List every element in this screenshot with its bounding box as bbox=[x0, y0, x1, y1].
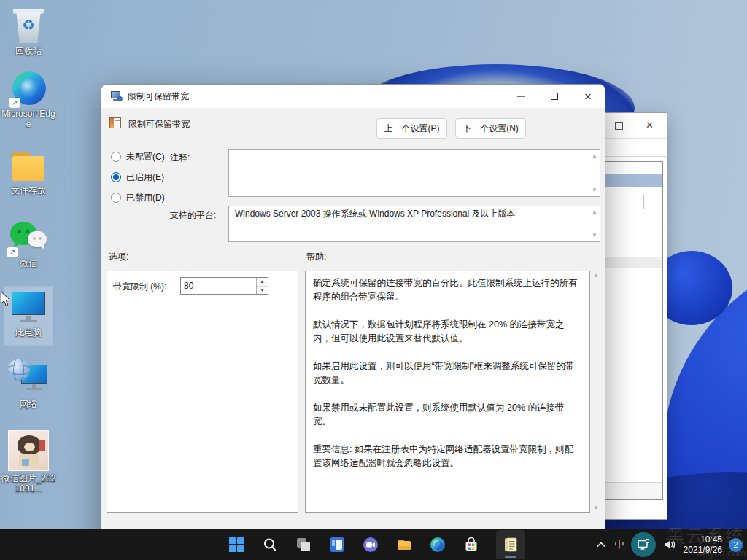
policy-dialog: 限制可保留带宽 ✕ 限制可保留带宽 上一个设置(P) 下一个设置(N) 未配置(… bbox=[101, 84, 605, 556]
chat-button[interactable] bbox=[356, 530, 385, 559]
ime-indicator[interactable]: 中 bbox=[615, 538, 624, 551]
edge-button[interactable] bbox=[423, 530, 452, 559]
file-explorer-button[interactable] bbox=[390, 530, 419, 559]
image-thumbnail bbox=[8, 430, 49, 471]
list-divider bbox=[643, 194, 644, 209]
desktop-icon-label: 网络 bbox=[1, 399, 56, 409]
dialog-title: 限制可保留带宽 bbox=[128, 85, 189, 108]
scroll-up-icon[interactable]: ▲ bbox=[592, 153, 597, 159]
help-label: 帮助: bbox=[306, 251, 326, 263]
desktop-icon-wechat[interactable]: ↗ 微信 bbox=[1, 222, 56, 268]
edge-icon bbox=[430, 537, 446, 553]
radio-icon bbox=[111, 192, 121, 203]
selected-row-highlight bbox=[605, 174, 662, 187]
radio-enabled[interactable]: 已启用(E) bbox=[111, 171, 164, 183]
widgets-icon bbox=[329, 537, 345, 553]
folder-icon bbox=[11, 151, 46, 183]
maximize-icon[interactable] bbox=[615, 122, 623, 130]
shortcut-arrow-icon: ↗ bbox=[9, 98, 20, 108]
taskbar-active-app-group-policy[interactable] bbox=[496, 530, 525, 559]
group-separator bbox=[605, 257, 662, 268]
mouse-cursor bbox=[0, 291, 12, 307]
dialog-titlebar[interactable]: 限制可保留带宽 ✕ bbox=[101, 85, 605, 108]
bandwidth-limit-label: 带宽限制 (%): bbox=[113, 281, 166, 293]
desktop-icon-network[interactable]: 网络 bbox=[1, 359, 56, 409]
bandwidth-input[interactable] bbox=[181, 278, 257, 294]
scroll-up-icon[interactable]: ▲ bbox=[593, 272, 599, 279]
close-button[interactable]: ✕ bbox=[571, 85, 605, 108]
previous-setting-button[interactable]: 上一个设置(P) bbox=[376, 118, 447, 139]
taskbar: 中 10:45 2021/9/26 2 bbox=[0, 529, 747, 560]
help-paragraph: 确定系统可保留的连接带宽的百分比。此值限制系统上运行的所有程序的组合带宽保留。 bbox=[306, 271, 589, 304]
help-scrollbar[interactable]: ▲ ▼ bbox=[592, 271, 602, 513]
recycle-bin-icon: ♻ bbox=[13, 9, 44, 44]
desktop-icon-recycle-bin[interactable]: ♻ 回收站 bbox=[1, 9, 56, 56]
scroll-down-icon[interactable]: ▼ bbox=[592, 187, 597, 193]
store-icon bbox=[463, 537, 479, 553]
radio-not-configured[interactable]: 未配置(C) bbox=[111, 151, 165, 163]
start-button[interactable] bbox=[222, 530, 251, 559]
scroll-down-icon[interactable]: ▼ bbox=[592, 233, 597, 238]
spin-up-icon[interactable]: ▲ bbox=[257, 278, 268, 287]
close-icon: ✕ bbox=[584, 92, 592, 101]
policy-setting-icon bbox=[109, 117, 121, 128]
tray-network-icon[interactable] bbox=[631, 532, 656, 557]
background-window-toolbar bbox=[603, 138, 667, 157]
maximize-button[interactable] bbox=[538, 85, 571, 108]
desktop-icon-edge[interactable]: ↗ Microsoft Edge bbox=[1, 71, 56, 129]
group-policy-editor-icon bbox=[502, 536, 519, 553]
store-button[interactable] bbox=[457, 530, 486, 559]
network-icon bbox=[8, 359, 49, 397]
tray-clock[interactable]: 10:45 2021/9/26 bbox=[684, 534, 722, 555]
comment-textarea[interactable]: ▲ ▼ bbox=[228, 149, 600, 197]
desktop-icon-folder[interactable]: 文件存放 bbox=[1, 151, 56, 195]
desktop-icon-label: 此电脑 bbox=[1, 327, 56, 338]
widgets-button[interactable] bbox=[322, 530, 352, 559]
desktop-icon-image-file[interactable]: 微信图片_2021091... bbox=[1, 430, 56, 494]
help-paragraph: 默认情况下，数据包计划程序将系统限制在 20% 的连接带宽之内，但可以使用此设置… bbox=[306, 318, 589, 346]
help-panel[interactable]: 确定系统可保留的连接带宽的百分比。此值限制系统上运行的所有程序的组合带宽保留。 … bbox=[305, 271, 590, 513]
scroll-down-icon[interactable]: ▼ bbox=[593, 505, 599, 511]
radio-disabled[interactable]: 已禁用(D) bbox=[111, 192, 165, 203]
desktop-icon-label: 微信 bbox=[1, 258, 56, 268]
help-paragraph: 如果禁用或未配置此设置，则系统使用默认值为 20% 的连接带宽。 bbox=[306, 401, 589, 429]
desktop-icon-label: 文件存放 bbox=[1, 185, 56, 195]
chat-icon bbox=[363, 537, 379, 553]
task-view-icon bbox=[295, 537, 311, 553]
supported-on-textarea[interactable]: Windows Server 2003 操作系统或 Windows XP Pro… bbox=[228, 206, 600, 242]
volume-icon[interactable] bbox=[662, 537, 677, 552]
background-window-statusbar bbox=[605, 482, 662, 499]
background-window-titlebar: ✕ bbox=[603, 113, 667, 138]
tray-time: 10:45 bbox=[684, 534, 722, 545]
edge-icon: ↗ bbox=[11, 71, 46, 106]
radio-icon bbox=[111, 152, 121, 162]
close-icon[interactable]: ✕ bbox=[646, 120, 654, 131]
help-paragraph: 如果启用此设置，则可以使用“带宽限制”框来调整系统可保留的带宽数量。 bbox=[306, 359, 589, 387]
desktop-icon-label: Microsoft Edge bbox=[1, 109, 56, 129]
help-paragraph: 重要信息: 如果在注册表中为特定网络适配器设置带宽限制，则配置该网络适配器时就会… bbox=[306, 443, 589, 470]
this-pc-icon bbox=[9, 290, 48, 325]
options-label: 选项: bbox=[109, 251, 128, 263]
spin-down-icon[interactable]: ▼ bbox=[257, 287, 268, 295]
scroll-up-icon[interactable]: ▲ bbox=[592, 209, 597, 215]
maximize-icon bbox=[551, 93, 558, 100]
search-button[interactable] bbox=[255, 530, 285, 559]
options-panel: 带宽限制 (%): ▲ ▼ bbox=[107, 271, 298, 513]
policy-name: 限制可保留带宽 bbox=[128, 118, 190, 131]
wechat-icon: ↗ bbox=[9, 222, 48, 256]
bandwidth-spinner: ▲ ▼ bbox=[180, 277, 268, 295]
display-device-icon bbox=[636, 537, 651, 552]
desktop-icon-label: 回收站 bbox=[1, 46, 56, 56]
task-view-button[interactable] bbox=[289, 530, 318, 559]
background-window-content bbox=[605, 161, 663, 500]
windows-start-icon bbox=[228, 537, 244, 553]
radio-checked-icon bbox=[111, 172, 121, 182]
tray-chevron-up-icon[interactable] bbox=[594, 537, 608, 552]
shortcut-arrow-icon: ↗ bbox=[7, 247, 18, 257]
notification-badge[interactable]: 2 bbox=[729, 538, 743, 552]
next-setting-button[interactable]: 下一个设置(N) bbox=[455, 118, 526, 139]
background-window[interactable]: ✕ bbox=[603, 112, 667, 520]
minimize-icon bbox=[517, 96, 525, 97]
minimize-button[interactable] bbox=[504, 85, 538, 108]
comment-label: 注释: bbox=[170, 152, 190, 164]
